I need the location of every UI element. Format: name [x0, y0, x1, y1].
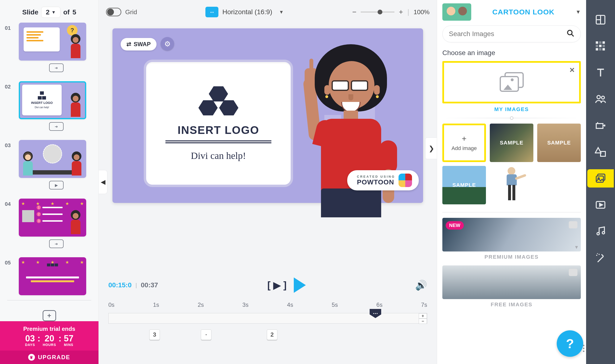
chevron-down-icon: ▼ — [279, 9, 284, 15]
thumb-index: 05 — [5, 257, 14, 266]
svg-point-17 — [601, 96, 604, 99]
svg-rect-19 — [601, 152, 605, 156]
switch-icon[interactable] — [106, 8, 121, 16]
premium-images-promo[interactable]: NEW ▼ — [442, 218, 581, 251]
slide-thumb-4[interactable]: ★★★★★ 1 2 3 — [19, 199, 86, 237]
chevron-down-icon[interactable]: ▼ — [574, 245, 579, 250]
thumb-index: 01 — [5, 23, 14, 31]
tool-props[interactable] — [591, 116, 610, 135]
sample-image[interactable] — [490, 166, 533, 204]
svg-rect-11 — [596, 48, 598, 51]
tool-magic[interactable] — [591, 249, 610, 267]
editor-topbar: Grid ↔ Horizontal (16:9) ▼ − + | 100% — [99, 0, 437, 24]
tool-audio[interactable] — [591, 222, 610, 240]
zoom-in-button[interactable]: + — [399, 8, 403, 16]
premium-images-label: PREMIUM IMAGES — [442, 254, 581, 260]
sample-image[interactable]: SAMPLE — [442, 166, 486, 204]
svg-rect-12 — [599, 48, 601, 51]
next-slide-button[interactable]: ❯ — [425, 138, 437, 159]
slide-thumb-2[interactable]: INSERT LOGO Divi can help! — [19, 81, 86, 119]
chevron-down-icon: ▼ — [52, 10, 56, 15]
aspect-ratio-selector[interactable]: ↔ Horizontal (16:9) ▼ — [205, 7, 284, 17]
timeline-item[interactable]: · — [201, 329, 211, 340]
thumb-index: 02 — [5, 81, 14, 90]
svg-point-26 — [602, 232, 605, 234]
tool-video[interactable] — [591, 196, 610, 214]
search-input[interactable] — [449, 30, 567, 38]
play-segment-button[interactable]: [ ▶ ] — [267, 280, 287, 291]
my-images-label: MY IMAGES — [442, 106, 581, 113]
svg-line-1 — [572, 34, 573, 36]
zoom-control: − + | 100% — [352, 8, 430, 16]
slide-label: Slide — [22, 8, 38, 16]
character[interactable] — [300, 44, 404, 227]
my-images-tile[interactable]: ✕ — [442, 61, 581, 103]
svg-marker-24 — [600, 203, 602, 206]
more-menu[interactable] — [581, 345, 586, 352]
transition-button[interactable]: ▶ — [49, 181, 64, 189]
camera-icon — [569, 221, 577, 228]
transition-button[interactable]: ➜ — [49, 122, 64, 131]
slide-of: of — [63, 8, 70, 16]
gear-icon: ⚙ — [164, 40, 171, 48]
time-total: 00:37 — [141, 281, 158, 289]
volume-button[interactable]: 🔊 — [415, 280, 427, 291]
add-image-button[interactable]: + Add image — [442, 124, 486, 162]
play-button[interactable] — [294, 277, 306, 293]
logo-card[interactable]: INSERT LOGO Divi can help! — [144, 60, 293, 187]
settings-button[interactable]: ⚙ — [161, 37, 174, 51]
timeline-item[interactable]: 2 — [267, 329, 277, 340]
free-images-promo[interactable] — [442, 265, 581, 299]
time-current: 00:15:0 — [108, 281, 132, 289]
slide-subtitle: Divi can help! — [191, 150, 246, 161]
tool-background[interactable] — [591, 37, 610, 55]
insert-logo-text: INSERT LOGO — [178, 124, 259, 137]
thumb-index: 03 — [5, 140, 14, 149]
timeline-zoom-out[interactable]: − — [419, 319, 427, 324]
slide-canvas[interactable]: ⇄ SWAP ⚙ INSERT LOGO Divi can help! — [112, 28, 423, 203]
timeline-item[interactable]: 3 — [149, 329, 160, 340]
sidebar-collapse-handle[interactable]: ◀ — [99, 170, 107, 194]
transition-button[interactable]: ➜ — [49, 64, 64, 72]
swap-button[interactable]: ⇄ SWAP — [121, 38, 156, 51]
timeline-zoom-in[interactable]: + — [419, 313, 427, 319]
look-thumbnail — [442, 3, 471, 21]
timeline-marker[interactable] — [370, 309, 381, 318]
image-grid: + Add image SAMPLE SAMPLE SAMPLE — [442, 124, 581, 204]
camera-icon — [569, 269, 577, 276]
tool-rail — [586, 0, 615, 364]
slide-thumb-3[interactable] — [19, 140, 86, 178]
swap-icon: ⇄ — [126, 41, 131, 48]
tool-images[interactable] — [587, 169, 614, 188]
tool-characters[interactable] — [591, 90, 610, 108]
timeline-track[interactable]: + − — [108, 313, 427, 324]
transition-button[interactable]: ➜ — [49, 239, 64, 248]
search-icon[interactable] — [567, 29, 574, 39]
premium-banner: Premium trial ends 03DAYS : 20HOURS : 57… — [0, 321, 98, 364]
tool-layout[interactable] — [591, 11, 610, 29]
sample-image[interactable]: SAMPLE — [537, 124, 581, 162]
zoom-out-button[interactable]: − — [352, 8, 357, 16]
tool-shapes[interactable] — [591, 143, 610, 161]
grid-toggle[interactable]: Grid — [106, 8, 137, 16]
sample-image[interactable]: SAMPLE — [490, 124, 533, 162]
help-button[interactable]: ? — [557, 330, 583, 357]
slide-thumb-1[interactable]: ? — [19, 23, 86, 61]
zoom-slider[interactable] — [361, 12, 394, 13]
svg-point-16 — [597, 95, 600, 99]
zoom-display: 100% — [413, 8, 430, 16]
images-icon — [500, 72, 524, 92]
svg-rect-13 — [602, 48, 605, 51]
slide-thumb-5[interactable]: ★★★★★ — [19, 257, 86, 295]
chevron-down-icon: ▼ — [575, 9, 581, 15]
assets-panel: CARTOON LOOK ▼ Choose an image ✕ MY IMAG… — [437, 0, 586, 364]
editor-main: Grid ↔ Horizontal (16:9) ▼ − + | 100% ⇄ … — [99, 0, 437, 364]
close-icon[interactable]: ✕ — [569, 66, 575, 74]
svg-point-25 — [597, 233, 599, 235]
search-images[interactable] — [442, 26, 581, 42]
look-selector[interactable]: CARTOON LOOK ▼ — [442, 3, 581, 21]
tool-text[interactable] — [591, 64, 610, 82]
slides-sidebar: Slide 2 ▼ of 5 01 ? ➜ — [0, 0, 99, 364]
upgrade-button[interactable]: ♛ UPGRADE — [0, 351, 98, 364]
slide-number-selector[interactable]: 2 ▼ — [41, 7, 60, 18]
